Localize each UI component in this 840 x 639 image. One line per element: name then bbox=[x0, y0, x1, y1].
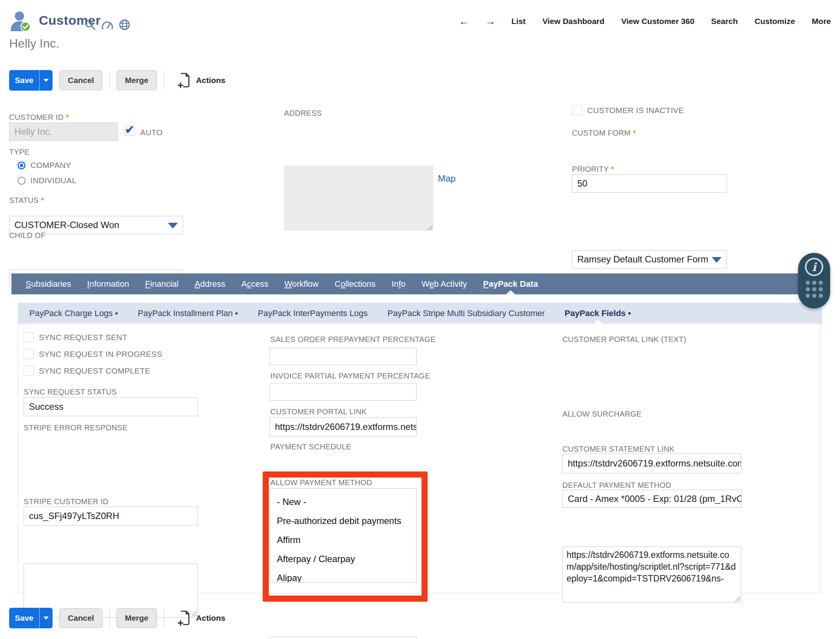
tab-financial[interactable]: Financial bbox=[137, 273, 187, 294]
subtab-paypack-stripe-multi-subsidiary-customer[interactable]: PayPack Stripe Multi Subsidiary Customer bbox=[378, 303, 555, 324]
allow-payment-method-listbox[interactable]: - New -Pre-authorized debit paymentsAffi… bbox=[270, 488, 417, 583]
type-option-individual[interactable]: INDIVIDUAL bbox=[18, 176, 77, 185]
sync-request-sent-checkbox[interactable] bbox=[24, 332, 34, 342]
sync-request-in-progress-label: SYNC REQUEST IN PROGRESS bbox=[39, 350, 162, 359]
globe-icon[interactable] bbox=[119, 19, 130, 32]
toolbar-bottom: Save Cancel Merge Actions bbox=[9, 608, 225, 628]
customer-id-field[interactable]: Helly Inc. bbox=[9, 123, 118, 141]
sales-order-prepayment-percentage-field[interactable] bbox=[270, 348, 417, 365]
subtab-paypack-installment-plan[interactable]: PayPack Installment Plan • bbox=[128, 303, 248, 324]
payment-method-option-alipay[interactable]: Alipay bbox=[270, 569, 416, 583]
cancel-button[interactable]: Cancel bbox=[59, 70, 102, 90]
save-dropdown-button[interactable] bbox=[39, 608, 53, 628]
resize-handle-icon[interactable] bbox=[735, 596, 740, 601]
actions-page-icon bbox=[178, 610, 190, 626]
dashboard-gauge-icon[interactable] bbox=[101, 21, 113, 32]
nav-view-dashboard[interactable]: View Dashboard bbox=[542, 17, 604, 26]
chevron-down-icon bbox=[43, 79, 49, 82]
stripe-error-response-label: STRIPE ERROR RESPONSE bbox=[24, 423, 128, 432]
actions-button[interactable]: Actions bbox=[178, 72, 225, 88]
customer-portal-link-text-textarea[interactable]: https://tstdrv2606719.extforms.netsuite.… bbox=[562, 546, 741, 602]
merge-button[interactable]: Merge bbox=[117, 608, 157, 628]
required-marker: * bbox=[66, 113, 69, 121]
priority-field[interactable]: 50 bbox=[572, 174, 727, 193]
allow-payment-method-label: ALLOW PAYMENT METHOD bbox=[270, 478, 372, 487]
tab-collections[interactable]: Collections bbox=[327, 273, 384, 294]
tab-web-activity[interactable]: Web Activity bbox=[414, 273, 475, 294]
stripe-customer-id-field[interactable]: cus_SFj497yLTsZ0RH bbox=[24, 506, 198, 526]
allow-surcharge-label: ALLOW SURCHARGE bbox=[562, 410, 642, 419]
payment-method-option-new[interactable]: - New - bbox=[270, 492, 416, 511]
quick-menu-dots-icon[interactable] bbox=[806, 281, 823, 298]
tab-paypack-data[interactable]: PayPack Data bbox=[475, 273, 546, 294]
sync-request-complete-label: SYNC REQUEST COMPLETE bbox=[39, 366, 150, 375]
check-icon: ✔ bbox=[125, 123, 134, 136]
actions-page-icon bbox=[178, 72, 190, 88]
sales-order-prepayment-percentage-label: SALES ORDER PREPAYMENT PERCENTAGE bbox=[270, 335, 436, 344]
record-name: Helly Inc. bbox=[9, 37, 59, 51]
custom-form-value: Ramsey Default Customer Form bbox=[577, 254, 708, 265]
subtab-paypack-fields[interactable]: PayPack Fields • bbox=[555, 303, 641, 324]
save-button[interactable]: Save bbox=[9, 70, 39, 91]
tab-workflow[interactable]: Workflow bbox=[276, 273, 327, 294]
subtab-paypack-charge-logs[interactable]: PayPack Charge Logs • bbox=[19, 303, 128, 324]
address-textarea[interactable] bbox=[284, 166, 433, 231]
customer-portal-link-field[interactable]: https://tstdrv2606719.extforms.netsuite.… bbox=[270, 417, 417, 436]
subtab-paypack-interpayments-logs[interactable]: PayPack InterPayments Logs bbox=[248, 303, 378, 324]
actions-button[interactable]: Actions bbox=[178, 610, 225, 626]
tab-info[interactable]: Info bbox=[383, 273, 414, 294]
toolbar-top: Save Cancel Merge Actions bbox=[9, 70, 225, 91]
forward-icon[interactable]: → bbox=[485, 18, 495, 25]
sync-request-complete-checkbox[interactable] bbox=[24, 366, 34, 376]
active-subtab-notch bbox=[593, 320, 602, 324]
payment-method-option-afterpay-clearpay[interactable]: Afterpay / Clearpay bbox=[270, 550, 416, 569]
invoice-partial-payment-percentage-field[interactable] bbox=[270, 383, 417, 401]
save-button[interactable]: Save bbox=[9, 608, 39, 628]
map-link[interactable]: Map bbox=[438, 173, 456, 184]
nav-search[interactable]: Search bbox=[711, 17, 738, 26]
child-of-label: CHILD OF bbox=[9, 231, 46, 240]
actions-label: Actions bbox=[196, 613, 225, 623]
tab-information[interactable]: Information bbox=[79, 273, 137, 294]
chevron-down-icon bbox=[168, 223, 178, 228]
payment-method-option-pre-authorized-debit-payments[interactable]: Pre-authorized debit payments bbox=[270, 511, 416, 530]
auto-checkbox[interactable]: ✔ bbox=[124, 126, 134, 136]
radio-selected-icon[interactable] bbox=[18, 161, 26, 169]
required-marker: * bbox=[633, 128, 636, 137]
sync-request-in-progress-checkbox[interactable] bbox=[24, 349, 34, 359]
sync-request-status-field[interactable]: Success bbox=[24, 397, 198, 416]
customer-is-inactive-checkbox[interactable] bbox=[572, 105, 582, 115]
cancel-button[interactable]: Cancel bbox=[59, 608, 102, 628]
info-icon[interactable]: i bbox=[805, 258, 823, 276]
merge-button[interactable]: Merge bbox=[117, 70, 157, 90]
default-payment-method-field[interactable]: Card - Amex *0005 - Exp: 01/28 (pm_1RvOQ… bbox=[562, 490, 742, 508]
type-option-company[interactable]: COMPANY bbox=[18, 161, 71, 170]
nav-view-customer-360[interactable]: View Customer 360 bbox=[621, 17, 694, 26]
nav-more[interactable]: More bbox=[812, 17, 831, 26]
resize-handle-icon[interactable] bbox=[427, 224, 433, 230]
tab-access[interactable]: Access bbox=[233, 273, 276, 294]
save-dropdown-button[interactable] bbox=[39, 70, 53, 91]
custom-form-select[interactable]: Ramsey Default Customer Form bbox=[572, 250, 727, 268]
payment-method-option-affirm[interactable]: Affirm bbox=[270, 530, 416, 550]
payment-schedule-select[interactable]: 994005 bbox=[270, 637, 417, 639]
row-sync-request-in-progress: SYNC REQUEST IN PROGRESS bbox=[24, 349, 162, 359]
search-icon[interactable] bbox=[85, 19, 96, 32]
toolbar-divider bbox=[109, 71, 110, 89]
invoice-partial-payment-percentage-label: INVOICE PARTIAL PAYMENT PERCENTAGE bbox=[270, 372, 430, 380]
back-icon[interactable]: ← bbox=[459, 18, 469, 25]
floating-helper-pill: i bbox=[798, 253, 830, 308]
tab-address[interactable]: Address bbox=[187, 273, 233, 294]
row-sync-request-complete: SYNC REQUEST COMPLETE bbox=[24, 366, 150, 376]
nav-customize[interactable]: Customize bbox=[755, 17, 795, 26]
netsuite-customer-record: Customer ← → ListView DashboardView Cust… bbox=[0, 0, 840, 639]
radio-unselected-icon[interactable] bbox=[18, 177, 26, 185]
toolbar-divider bbox=[109, 609, 110, 627]
tab-subsidiaries[interactable]: Subsidiaries bbox=[18, 273, 79, 294]
row-sync-request-sent: SYNC REQUEST SENT bbox=[24, 332, 127, 342]
chevron-down-icon bbox=[43, 617, 49, 620]
save-split-button: Save bbox=[9, 608, 53, 628]
customer-statement-link-field[interactable]: https://tstdrv2606719.extforms.netsuite.… bbox=[562, 454, 741, 473]
nav-list[interactable]: List bbox=[511, 17, 525, 26]
status-label: STATUS* bbox=[9, 196, 44, 205]
